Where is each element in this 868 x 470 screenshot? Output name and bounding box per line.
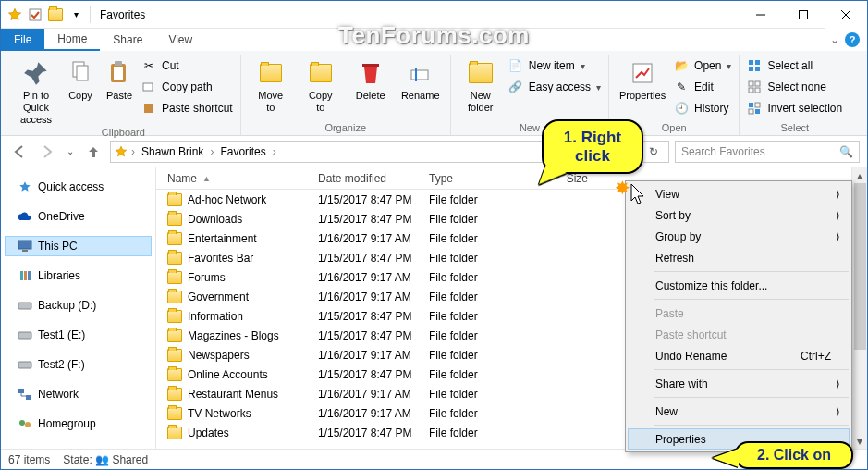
tree-libraries[interactable]: Libraries [5,266,152,286]
file-type: File folder [429,193,540,206]
cm-customize[interactable]: Customize this folder... [628,275,850,296]
cm-new[interactable]: New⟩ [628,401,850,422]
cut-button[interactable]: ✂Cut [141,56,233,75]
tree-quick-access[interactable]: Quick access [5,177,152,197]
file-date: 1/15/2017 8:47 PM [318,252,429,265]
cm-groupby[interactable]: Group by⟩ [628,226,850,247]
properties-button[interactable]: Properties [617,55,668,102]
cm-share-with[interactable]: Share with⟩ [628,373,850,394]
file-type: File folder [429,329,540,342]
scroll-down-icon[interactable]: ▾ [852,433,867,449]
cut-icon: ✂ [141,58,156,73]
svg-rect-32 [28,271,31,280]
svg-rect-9 [115,61,122,66]
tab-view[interactable]: View [155,29,205,51]
paste-shortcut-button[interactable]: Paste shortcut [141,99,233,118]
tab-file[interactable]: File [1,29,44,51]
tree-test1[interactable]: Test1 (E:) [5,325,152,345]
file-type: File folder [429,213,540,226]
svg-rect-2 [800,11,808,19]
folder-icon [167,193,182,206]
cm-view[interactable]: View⟩ [628,183,850,204]
svg-rect-10 [143,83,153,91]
cm-paste-shortcut: Paste shortcut [628,324,850,345]
rename-button[interactable]: Rename [398,55,443,102]
minimize-button[interactable] [740,1,782,29]
file-name: Updates [188,427,229,439]
file-name: Restaurant Menus [188,388,278,401]
recent-dropdown[interactable]: ⌄ [64,141,77,163]
new-item-button[interactable]: 📄New item ▾ [508,56,601,75]
copy-button[interactable]: Copy [64,55,97,102]
scroll-up-icon[interactable]: ▴ [852,167,867,183]
svg-rect-28 [18,241,31,249]
open-button[interactable]: 📂Open ▾ [674,56,731,75]
new-folder-button[interactable]: New folder [458,55,503,114]
vertical-scrollbar[interactable]: ▴ ▾ [851,167,867,449]
folder-icon [167,291,182,303]
history-button[interactable]: 🕘History [674,99,731,118]
qat-more-icon[interactable]: ▾ [67,6,84,23]
breadcrumb-item[interactable]: Favorites [217,145,268,158]
file-date: 1/16/2017 9:17 AM [318,349,429,362]
col-date[interactable]: Date modified [318,172,429,185]
tab-home[interactable]: Home [44,29,100,51]
svg-rect-11 [144,104,153,113]
pin-to-quick-access-button[interactable]: Pin to Quick access [14,55,58,127]
folder-icon [47,6,64,23]
tree-homegroup[interactable]: Homegroup [5,414,152,434]
forward-button[interactable] [36,141,58,163]
svg-rect-13 [411,70,428,80]
col-name[interactable]: Name▲ [156,172,318,185]
star-icon [18,179,32,194]
svg-rect-22 [749,88,753,93]
click-spark-icon: ✸ [615,177,630,199]
copy-to-button[interactable]: Copy to [299,55,343,114]
delete-button[interactable]: Delete [348,55,393,102]
quick-access-toolbar: ▾ [1,6,92,23]
breadcrumb-item[interactable]: Shawn Brink [139,145,206,158]
tab-share[interactable]: Share [100,29,155,51]
refresh-icon[interactable]: ↻ [642,145,665,158]
easy-access-button[interactable]: 🔗Easy access ▾ [508,78,601,96]
invert-selection-button[interactable]: Invert selection [747,99,842,118]
help-icon[interactable]: ? [845,32,860,47]
select-none-button[interactable]: Select none [747,78,842,96]
separator [654,397,849,398]
edit-button[interactable]: ✎Edit [674,78,731,96]
ribbon-group-organize: Move to Copy to Delete Rename Organize [241,55,451,135]
tree-test2[interactable]: Test2 (F:) [5,354,152,375]
state-label: State: 👥 Shared [63,453,148,466]
item-count: 67 items [8,453,50,466]
tree-this-pc[interactable]: This PC [5,236,152,256]
collapse-ribbon-icon[interactable]: ⌄ [830,33,839,46]
tree-network[interactable]: Network [5,384,152,404]
close-button[interactable] [825,1,867,29]
cm-sortby[interactable]: Sort by⟩ [628,204,850,226]
file-name: Information [188,310,243,323]
svg-rect-31 [24,271,27,280]
move-to-button[interactable]: Move to [249,55,293,114]
scroll-thumb[interactable] [854,183,866,350]
separator: › [210,145,214,158]
maximize-button[interactable] [782,1,825,29]
svg-rect-27 [749,109,753,114]
svg-rect-8 [114,67,123,80]
up-button[interactable] [82,141,104,163]
file-name: Newspapers [188,349,250,362]
copy-path-button[interactable]: Copy path [141,78,233,96]
select-all-button[interactable]: Select all [747,56,842,75]
tree-onedrive[interactable]: OneDrive [5,206,152,227]
paste-button[interactable]: Paste [103,55,136,102]
shared-icon: 👥 [95,453,109,466]
window-title: Favorites [100,8,145,21]
back-button[interactable] [8,141,31,163]
col-type[interactable]: Type [429,172,540,185]
cm-refresh[interactable]: Refresh [628,247,850,268]
tree-backup[interactable]: Backup (D:) [5,295,152,315]
context-menu: View⟩ Sort by⟩ Group by⟩ Refresh Customi… [625,180,852,452]
cm-undo-rename[interactable]: Undo RenameCtrl+Z [628,345,850,366]
checkbox-icon[interactable] [27,6,43,23]
svg-rect-25 [755,109,760,114]
search-input[interactable]: Search Favorites 🔍 [675,141,860,163]
